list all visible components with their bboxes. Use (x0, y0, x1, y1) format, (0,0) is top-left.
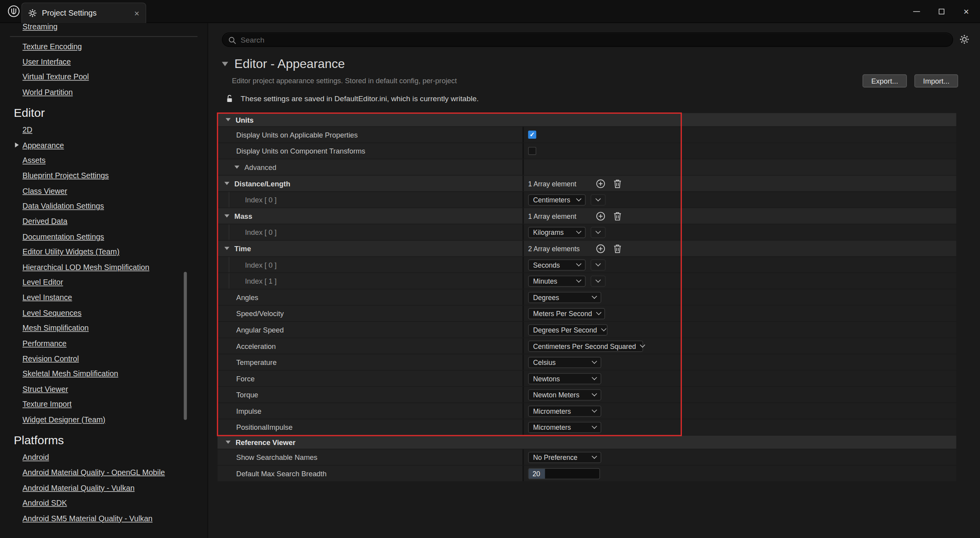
maximize-button[interactable] (929, 0, 954, 23)
max-search-breadth-input[interactable]: 20 (528, 468, 600, 479)
tab-close-icon[interactable]: × (134, 9, 139, 17)
tab-project-settings[interactable]: Project Settings × (21, 2, 146, 23)
array-header-mass[interactable]: Mass (218, 208, 523, 224)
unreal-engine-logo-icon[interactable] (7, 5, 20, 18)
unlocked-padlock-icon (225, 94, 234, 104)
sidebar-item[interactable]: Struct Viewer (0, 382, 207, 397)
array-count: 1 Array element (528, 180, 595, 187)
sidebar-item[interactable]: User Interface (0, 54, 207, 70)
element-options-dropdown[interactable] (591, 227, 606, 238)
sidebar-item[interactable]: Blueprint Project Settings (0, 168, 207, 183)
sidebar-item[interactable]: Android SM5 Material Quality - Vulkan (0, 511, 207, 526)
chevron-down-icon (592, 407, 597, 413)
setting-label-cell: PositionalImpulse (218, 419, 523, 435)
unit-dropdown[interactable]: Meters Per Second (528, 308, 605, 319)
array-count: 1 Array element (528, 212, 595, 220)
sidebar-item[interactable]: Android Material Quality - OpenGL Mobile (0, 465, 207, 480)
preference-dropdown[interactable]: No Preference (528, 452, 601, 463)
sidebar-item[interactable]: Streaming (0, 23, 207, 34)
sidebar-item[interactable]: Level Editor (0, 275, 207, 290)
chevron-down-icon (576, 229, 581, 234)
sidebar-item[interactable]: Documentation Settings (0, 229, 207, 245)
section-collapse-icon[interactable] (222, 62, 228, 66)
unit-dropdown[interactable]: Centimeters Per Second Squared (528, 340, 643, 352)
delete-array-button[interactable] (611, 210, 624, 222)
sidebar-item[interactable]: Texture Import (0, 397, 207, 412)
sidebar-item[interactable]: Android (0, 450, 207, 465)
sidebar-item[interactable]: Hierarchical LOD Mesh Simplification (0, 260, 207, 275)
sidebar-item[interactable]: Level Instance (0, 290, 207, 306)
checkbox[interactable] (528, 147, 536, 155)
settings-options-gear-icon[interactable] (959, 34, 969, 45)
window-controls: × (904, 0, 979, 23)
sidebar-item-appearance[interactable]: Appearance (0, 138, 207, 153)
element-options-dropdown[interactable] (591, 275, 606, 287)
setting-row: Torque Newton Meters (218, 387, 957, 402)
unit-dropdown[interactable]: Celsius (528, 357, 601, 368)
delete-array-button[interactable] (611, 242, 624, 255)
add-element-button[interactable] (594, 210, 607, 222)
unit-dropdown[interactable]: Degrees Per Second (528, 324, 608, 335)
sidebar-item[interactable]: Android Material Quality - Vulkan (0, 480, 207, 495)
setting-label-cell: Torque (218, 387, 523, 402)
element-options-dropdown[interactable] (591, 259, 606, 270)
delete-array-button[interactable] (611, 177, 624, 189)
sidebar-item[interactable]: Revision Control (0, 351, 207, 366)
unit-dropdown[interactable]: Kilograms (528, 227, 586, 238)
sidebar-item[interactable]: Widget Designer (Team) (0, 412, 207, 427)
index-value-cell: Seconds (522, 257, 956, 272)
config-writable-note: These settings are saved in DefaultEdito… (225, 93, 479, 104)
unit-dropdown[interactable]: Seconds (528, 259, 586, 270)
unit-dropdown[interactable]: Minutes (528, 275, 586, 287)
index-value-cell: Minutes (522, 273, 956, 289)
sidebar-item[interactable]: Level Sequences (0, 306, 207, 321)
sidebar-item[interactable]: Android SDK (0, 495, 207, 511)
sidebar-item[interactable]: Skeletal Mesh Simplification (0, 366, 207, 382)
setting-value-cell: Meters Per Second (522, 306, 956, 321)
setting-label-cell: Default Max Search Breadth (218, 466, 523, 481)
search-box[interactable] (222, 32, 953, 47)
import-button[interactable]: Import... (914, 74, 958, 88)
export-button[interactable]: Export... (862, 74, 907, 88)
array-header-time[interactable]: Time (218, 241, 523, 256)
sidebar-item[interactable]: Virtual Texture Pool (0, 70, 207, 85)
sidebar-item[interactable]: Assets (0, 153, 207, 168)
index-value-cell: Kilograms (522, 224, 956, 240)
setting-value-cell: Newtons (522, 371, 956, 386)
sidebar-item[interactable]: Texture Encoding (0, 39, 207, 54)
setting-value-cell: No Preference (522, 449, 956, 465)
window-body: Streaming Texture Encoding User Interfac… (0, 23, 980, 538)
sidebar-item[interactable]: Editor Utility Widgets (Team) (0, 245, 207, 260)
element-options-dropdown[interactable] (591, 194, 606, 206)
sidebar-item[interactable]: Mesh Simplification (0, 321, 207, 336)
setting-row: Display Units on Component Transforms (218, 143, 957, 159)
unit-dropdown[interactable]: Newtons (528, 373, 601, 384)
sidebar-item[interactable]: Derived Data (0, 214, 207, 229)
setting-value-cell: Degrees Per Second (522, 322, 956, 338)
chevron-down-icon (576, 277, 581, 283)
close-button[interactable]: × (954, 0, 979, 23)
sidebar-item[interactable]: Data Validation Settings (0, 198, 207, 214)
unit-dropdown[interactable]: Micrometers (528, 422, 601, 433)
setting-value-cell (522, 159, 956, 175)
checkbox[interactable] (528, 130, 536, 139)
search-input[interactable] (241, 35, 947, 44)
category-header-reference-viewer[interactable]: Reference Viewer (218, 436, 957, 449)
unit-dropdown[interactable]: Micrometers (528, 405, 601, 416)
add-element-button[interactable] (594, 177, 607, 189)
sidebar-scrollbar[interactable] (184, 272, 187, 420)
advanced-toggle[interactable]: Advanced (218, 159, 523, 175)
unit-dropdown[interactable]: Centimeters (528, 194, 586, 206)
chevron-down-icon (576, 261, 581, 266)
minimize-button[interactable] (904, 0, 929, 23)
unit-dropdown[interactable]: Newton Meters (528, 389, 601, 400)
sidebar-item[interactable]: World Partition (0, 85, 207, 100)
sidebar-item[interactable]: Performance (0, 336, 207, 351)
sidebar-item[interactable]: Class Viewer (0, 183, 207, 198)
add-element-button[interactable] (594, 242, 607, 255)
array-header-distance-length[interactable]: Distance/Length (218, 175, 523, 191)
setting-row: Default Max Search Breadth 20 (218, 466, 957, 481)
unit-dropdown[interactable]: Degrees (528, 291, 601, 303)
sidebar-item[interactable]: 2D (0, 122, 207, 138)
category-header-units[interactable]: Units (218, 113, 957, 127)
